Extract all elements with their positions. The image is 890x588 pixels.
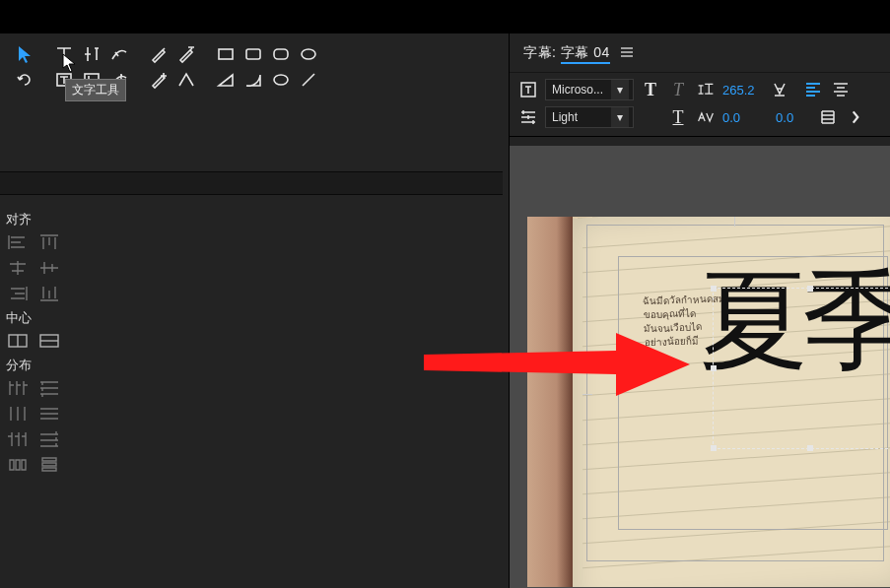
svg-marker-10 (424, 333, 690, 396)
panel-header: 字幕: 字幕 04 (510, 33, 890, 73)
italic-toggle[interactable]: T (667, 79, 689, 100)
arc-tool-icon[interactable] (242, 69, 264, 91)
rounded-rectangle-tool-icon[interactable] (242, 43, 264, 65)
align-hcenter-icon[interactable] (6, 258, 30, 278)
line-tool-icon[interactable] (298, 69, 319, 91)
center-horizontal-icon[interactable] (6, 331, 30, 351)
path-type-tool-icon[interactable] (108, 43, 130, 65)
center-vertical-icon[interactable] (37, 331, 61, 351)
annotation-arrow-icon (419, 325, 695, 407)
dist-v-space-icon[interactable] (37, 455, 61, 475)
align-right-icon[interactable] (6, 284, 30, 303)
distribute-section-title: 分布 (6, 357, 65, 374)
kerning-icon (695, 106, 717, 128)
align-section-title: 对齐 (6, 211, 65, 229)
center-section-title: 中心 (6, 309, 65, 327)
ellipse-tool-icon[interactable] (298, 43, 319, 65)
align-panel: 对齐 中心 分布 (0, 199, 71, 588)
dist-v-top-icon[interactable] (37, 378, 61, 398)
panel-title-prefix: 字幕: (523, 44, 556, 60)
toolbar: 文字工具 (0, 33, 509, 98)
panel-divider (0, 171, 503, 195)
dist-h-left-icon[interactable] (6, 378, 30, 398)
rectangle-tool-icon[interactable] (215, 43, 237, 65)
convert-anchor-tool-icon[interactable] (175, 69, 197, 91)
kerning-value[interactable]: 0.0 (722, 110, 740, 125)
tools-panel: 文字工具 对齐 中心 分布 (0, 33, 509, 588)
vertical-type-tool-icon[interactable] (81, 43, 103, 65)
wedge-tool-icon[interactable] (215, 69, 237, 91)
dist-v-bottom-icon[interactable] (37, 429, 61, 449)
tracking-value[interactable]: 0.0 (776, 110, 793, 125)
dist-h-right-icon[interactable] (6, 429, 30, 449)
dist-h-space-icon[interactable] (6, 455, 30, 475)
pen-delete-tool-icon[interactable] (175, 43, 197, 65)
bold-toggle[interactable]: T (640, 79, 661, 100)
svg-rect-2 (274, 49, 288, 59)
font-size-icon (695, 79, 717, 100)
align-top-icon[interactable] (37, 232, 61, 252)
title-designer-panel: 字幕: 字幕 04 Microso... ▾ T T 265.2 (509, 33, 890, 588)
svg-point-6 (274, 75, 288, 85)
title-templates-icon[interactable] (517, 79, 539, 100)
align-vcenter-icon[interactable] (37, 258, 61, 278)
tab-stops-icon[interactable] (517, 106, 539, 128)
font-family-label: Microso... (550, 83, 607, 97)
panel-menu-icon[interactable] (620, 45, 634, 61)
clipped-rectangle-tool-icon[interactable] (270, 43, 292, 65)
window-chrome (0, 0, 890, 33)
leading-icon[interactable] (769, 79, 790, 100)
text-selection-box[interactable] (713, 288, 890, 449)
mouse-cursor-icon (62, 53, 76, 73)
svg-rect-1 (246, 49, 260, 59)
circle-tool-icon[interactable] (270, 69, 292, 91)
rotate-tool-icon[interactable] (14, 69, 35, 91)
align-left-text-icon[interactable] (802, 79, 824, 100)
underline-toggle[interactable]: T (667, 106, 689, 128)
more-options-icon[interactable] (845, 106, 866, 128)
align-left-icon[interactable] (6, 232, 30, 252)
svg-point-3 (302, 49, 315, 59)
chevron-down-icon: ▾ (611, 107, 629, 127)
tooltip: 文字工具 (65, 79, 126, 101)
align-bottom-icon[interactable] (37, 284, 61, 303)
panel-title-name: 字幕 04 (561, 44, 610, 64)
font-weight-dropdown[interactable]: Light ▾ (545, 106, 634, 128)
panel-title: 字幕: 字幕 04 (523, 44, 610, 62)
text-properties: Microso... ▾ T T 265.2 Lig (510, 73, 890, 137)
dist-h-center-icon[interactable] (6, 404, 30, 424)
selection-tool-icon[interactable] (14, 43, 35, 65)
svg-rect-0 (219, 49, 233, 59)
dist-v-center-icon[interactable] (37, 404, 61, 424)
font-size-value[interactable]: 265.2 (722, 83, 755, 98)
align-center-text-icon[interactable] (830, 79, 852, 100)
pen-tool-icon[interactable] (148, 43, 170, 65)
baseline-shift-icon[interactable] (817, 106, 839, 128)
chevron-down-icon: ▾ (611, 80, 629, 99)
pen-add-tool-icon[interactable] (148, 69, 170, 91)
font-weight-label: Light (550, 110, 607, 124)
font-family-dropdown[interactable]: Microso... ▾ (545, 79, 634, 100)
